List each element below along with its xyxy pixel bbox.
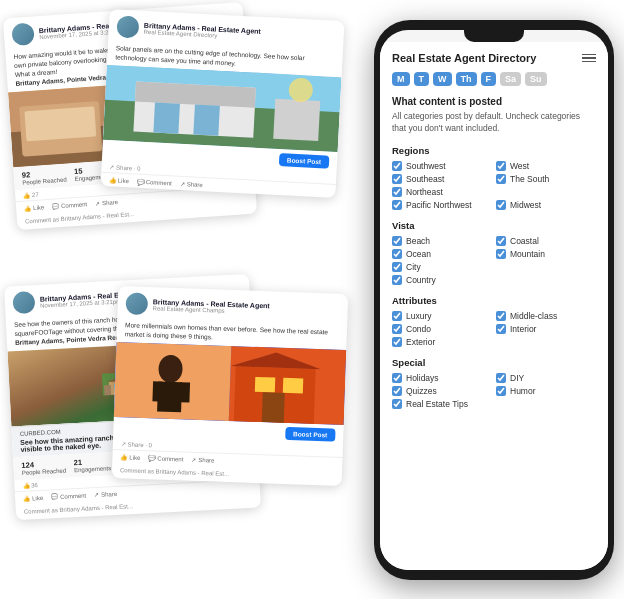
- card3-engagements: 21Engagements: [74, 457, 112, 474]
- card1-reached: 92People Reached: [22, 168, 67, 186]
- fb-card-4: Brittany Adams - Real Estate Agent Real …: [112, 286, 349, 485]
- card3-like[interactable]: 👍 Like: [23, 494, 43, 502]
- checkbox-label-condo: Condo: [406, 324, 431, 334]
- phone: Real Estate Agent Directory MTWThFSaSu W…: [374, 20, 614, 580]
- svg-rect-13: [273, 99, 320, 141]
- posts-area: Brittany Adams - Real Estate Agent Novem…: [10, 10, 350, 590]
- checkbox-real-estate-tips[interactable]: [392, 399, 402, 409]
- checkbox-label-middle-class: Middle-class: [510, 311, 557, 321]
- svg-rect-29: [283, 378, 304, 394]
- card3-stats: 124People Reached 21Engagements: [21, 457, 111, 477]
- checkbox-item-city: City: [392, 262, 492, 272]
- day-pill-T[interactable]: T: [414, 72, 430, 86]
- checkbox-item-beach: Beach: [392, 236, 492, 246]
- card4-boost-button[interactable]: Boost Post: [285, 427, 336, 442]
- checkbox-ocean[interactable]: [392, 249, 402, 259]
- avatar-2: [116, 15, 139, 38]
- checkbox-mountain[interactable]: [496, 249, 506, 259]
- checkbox-holidays[interactable]: [392, 373, 402, 383]
- svg-rect-28: [255, 377, 276, 393]
- checkbox-country[interactable]: [392, 275, 402, 285]
- checkbox-southeast[interactable]: [392, 174, 402, 184]
- woman-svg: [114, 342, 346, 425]
- day-pill-Th[interactable]: Th: [456, 72, 477, 86]
- checkbox-middle-class[interactable]: [496, 311, 506, 321]
- checkbox-label-humor: Humor: [510, 386, 536, 396]
- group-label-vista: Vista: [392, 220, 596, 231]
- day-pill-F[interactable]: F: [481, 72, 497, 86]
- checkbox-city[interactable]: [392, 262, 402, 272]
- checkbox-exterior[interactable]: [392, 337, 402, 347]
- card4-comment[interactable]: 💬 Comment: [148, 454, 183, 462]
- checkbox-item-exterior: Exterior: [392, 337, 596, 347]
- category-group-regions: RegionsSouthwestWestSoutheastThe SouthNo…: [392, 145, 596, 210]
- checkbox-condo[interactable]: [392, 324, 402, 334]
- group-label-special: Special: [392, 357, 596, 368]
- phone-notch: [464, 30, 524, 42]
- checkbox-label-country: Country: [406, 275, 436, 285]
- card4-share[interactable]: ↗ Share: [191, 456, 214, 464]
- hamburger-icon[interactable]: [582, 54, 596, 63]
- svg-rect-33: [152, 382, 163, 402]
- checkbox-label-northeast: Northeast: [406, 187, 443, 197]
- checkbox-beach[interactable]: [392, 236, 402, 246]
- svg-rect-12: [193, 105, 220, 136]
- checkbox-interior[interactable]: [496, 324, 506, 334]
- card4-share-text[interactable]: ↗ Share · 0: [121, 440, 152, 448]
- checkbox-the-south[interactable]: [496, 174, 506, 184]
- checkbox-item-country: Country: [392, 275, 596, 285]
- checkbox-northeast[interactable]: [392, 187, 402, 197]
- checkbox-southwest[interactable]: [392, 161, 402, 171]
- checkbox-label-ocean: Ocean: [406, 249, 431, 259]
- checkbox-item-condo: Condo: [392, 324, 492, 334]
- checkbox-item-luxury: Luxury: [392, 311, 492, 321]
- checkbox-item-southwest: Southwest: [392, 161, 492, 171]
- card3-share[interactable]: ↗ Share: [94, 490, 117, 498]
- checkbox-label-southeast: Southeast: [406, 174, 444, 184]
- day-pill-W[interactable]: W: [433, 72, 452, 86]
- checkbox-label-holidays: Holidays: [406, 373, 439, 383]
- day-pill-Sa[interactable]: Sa: [500, 72, 521, 86]
- checkbox-midwest[interactable]: [496, 200, 506, 210]
- day-pill-Su[interactable]: Su: [525, 72, 547, 86]
- card1-like[interactable]: 👍 Like: [24, 204, 44, 212]
- card2-share-btn[interactable]: ↗ Share: [180, 180, 203, 188]
- checkbox-luxury[interactable]: [392, 311, 402, 321]
- card1-comment[interactable]: 💬 Comment: [52, 201, 87, 210]
- card4-like[interactable]: 👍 Like: [120, 453, 140, 461]
- card2-boost-button[interactable]: Boost Post: [278, 153, 329, 169]
- card2-like[interactable]: 👍 Like: [109, 176, 129, 184]
- checkbox-diy[interactable]: [496, 373, 506, 383]
- checkbox-item-midwest: Midwest: [496, 200, 596, 210]
- svg-rect-22: [104, 385, 111, 395]
- day-pill-M[interactable]: M: [392, 72, 410, 86]
- categories-container: RegionsSouthwestWestSoutheastThe SouthNo…: [392, 145, 596, 409]
- card1-stats: 92People Reached 15Engagements: [22, 165, 112, 186]
- checkbox-label-luxury: Luxury: [406, 311, 432, 321]
- category-group-attributes: AttributesLuxuryMiddle-classCondoInterio…: [392, 295, 596, 347]
- card1-share[interactable]: ↗ Share: [95, 198, 118, 207]
- phone-inner: Real Estate Agent Directory MTWThFSaSu W…: [380, 30, 608, 570]
- checkbox-pacific-northwest[interactable]: [392, 200, 402, 210]
- svg-rect-11: [153, 103, 180, 134]
- checkbox-coastal[interactable]: [496, 236, 506, 246]
- checkbox-label-pacific-northwest: Pacific Northwest: [406, 200, 472, 210]
- checkbox-humor[interactable]: [496, 386, 506, 396]
- checkbox-grid-special: HolidaysDIYQuizzesHumorReal Estate Tips: [392, 373, 596, 409]
- checkbox-item-west: West: [496, 161, 596, 171]
- checkbox-quizzes[interactable]: [392, 386, 402, 396]
- name-block-4: Brittany Adams - Real Estate Agent Real …: [153, 298, 340, 318]
- checkbox-item-southeast: Southeast: [392, 174, 492, 184]
- checkbox-grid-attributes: LuxuryMiddle-classCondoInteriorExterior: [392, 311, 596, 347]
- card2-share[interactable]: ↗ Share · 0: [109, 163, 140, 172]
- content-heading: What content is posted: [392, 96, 596, 107]
- checkbox-item-humor: Humor: [496, 386, 596, 396]
- checkbox-west[interactable]: [496, 161, 506, 171]
- card3-comment[interactable]: 💬 Comment: [51, 492, 86, 501]
- checkbox-label-west: West: [510, 161, 529, 171]
- category-group-special: SpecialHolidaysDIYQuizzesHumorReal Estat…: [392, 357, 596, 409]
- card2-comment[interactable]: 💬 Comment: [137, 178, 172, 187]
- phone-screen[interactable]: Real Estate Agent Directory MTWThFSaSu W…: [380, 42, 608, 570]
- content-description: All categories post by default. Uncheck …: [392, 111, 596, 135]
- day-pills: MTWThFSaSu: [392, 72, 596, 86]
